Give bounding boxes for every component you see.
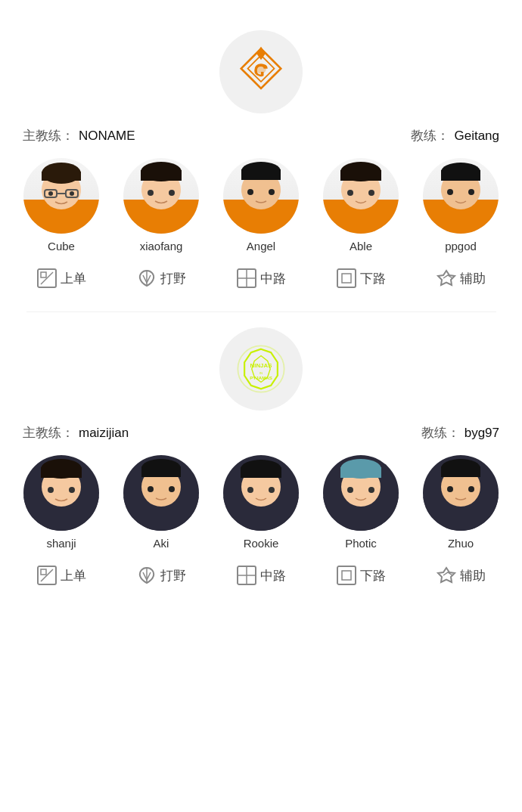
role2-top: 上单 (36, 565, 86, 586)
player-zhuo-avatar (423, 455, 499, 531)
team2-roles: 上单 打野 中路 (0, 557, 522, 601)
role2-bottom-label: 下路 (360, 567, 386, 584)
player-able-name: Able (350, 240, 372, 253)
player-photic-avatar (323, 455, 399, 531)
role-support: 辅助 (436, 268, 486, 289)
role-mid: 中路 (236, 268, 286, 289)
top-icon (36, 268, 57, 289)
svg-rect-38 (41, 272, 46, 277)
player-rookie: Rookie (219, 455, 303, 550)
player-angel: Angel (219, 158, 303, 253)
svg-rect-89 (337, 566, 356, 584)
player-shanji: shanji (20, 455, 103, 550)
svg-point-30 (368, 190, 374, 196)
player-aki-avatar (123, 455, 199, 531)
head-coach-label2: 主教练： (23, 426, 74, 440)
role2-bottom: 下路 (336, 565, 386, 586)
svg-point-18 (169, 190, 175, 196)
svg-point-17 (148, 190, 154, 196)
team1-section: 主教练：NONAME 教练：Geitang (0, 15, 522, 311)
mid-icon (236, 268, 257, 289)
player-zhuo: Zhuo (419, 455, 502, 550)
svg-point-68 (247, 487, 253, 493)
svg-rect-79 (441, 466, 480, 477)
team1-head-coach: 主教练：NONAME (23, 127, 135, 144)
role2-mid-label: 中路 (260, 567, 286, 584)
svg-rect-61 (141, 466, 181, 477)
svg-rect-28 (340, 170, 381, 181)
player-aki-name: Aki (154, 537, 169, 550)
svg-rect-22 (241, 169, 281, 180)
svg-point-35 (447, 189, 453, 195)
role2-support: 辅助 (436, 565, 486, 586)
player-shanji-name: shanji (46, 537, 76, 550)
svg-point-57 (69, 487, 75, 493)
player-able: Able (319, 158, 402, 253)
role-jungle: 打野 (136, 268, 186, 289)
player-ppgod: ppgod (419, 158, 502, 253)
svg-point-62 (148, 486, 154, 492)
svg-rect-55 (41, 467, 82, 478)
support-icon (436, 268, 457, 289)
role2-top-label: 上单 (61, 567, 86, 584)
coach-name: Geitang (454, 129, 499, 143)
team1-logo (219, 30, 303, 113)
svg-point-74 (347, 487, 353, 493)
player-able-avatar (323, 158, 399, 234)
team2-section: NINJAS IN PYJAMAS 主教练：maizijian 教练：byg97 (0, 312, 522, 609)
bottom-icon (336, 268, 357, 289)
svg-point-56 (48, 487, 54, 493)
player-xiaofang-name: xiaofang (140, 240, 183, 253)
svg-point-80 (447, 486, 453, 492)
top-icon2 (36, 565, 57, 586)
player-cube: Cube (20, 158, 103, 253)
player-rookie-avatar (223, 455, 299, 531)
player-ppgod-name: ppgod (445, 240, 477, 253)
svg-rect-73 (340, 467, 381, 478)
coach-label: 教练： (411, 129, 449, 143)
head-coach-name2: maizijian (79, 426, 129, 440)
svg-point-12 (70, 191, 74, 196)
svg-point-23 (247, 189, 253, 195)
player-photic: Photic (319, 455, 402, 550)
svg-point-29 (347, 190, 353, 196)
svg-rect-67 (241, 467, 281, 478)
head-coach-label: 主教练： (23, 129, 74, 143)
player-aki: Aki (120, 455, 203, 550)
svg-point-63 (169, 486, 175, 492)
svg-line-39 (41, 272, 53, 284)
svg-rect-7 (42, 172, 81, 181)
support-icon2 (436, 565, 457, 586)
bottom-icon2 (336, 565, 357, 586)
role2-support-label: 辅助 (460, 567, 486, 584)
team1-coach: 教练：Geitang (411, 127, 499, 144)
player-rookie-name: Rookie (244, 537, 279, 550)
player-cube-name: Cube (48, 240, 75, 253)
role2-jungle: 打野 (136, 565, 186, 586)
jungle-icon2 (136, 565, 157, 586)
svg-rect-16 (141, 170, 182, 181)
team1-roles: 上单 打野 中路 (0, 260, 522, 304)
svg-rect-34 (441, 170, 480, 181)
svg-rect-44 (337, 269, 356, 287)
svg-point-69 (269, 487, 275, 493)
player-ppgod-avatar (423, 158, 499, 234)
player-angel-name: Angel (247, 240, 275, 253)
player-photic-name: Photic (345, 537, 377, 550)
svg-point-36 (468, 189, 474, 195)
svg-rect-90 (342, 571, 351, 580)
svg-point-11 (48, 191, 53, 196)
role-bottom-label: 下路 (360, 270, 386, 287)
svg-text:PYJAMAS: PYJAMAS (250, 375, 272, 380)
player-shanji-avatar (23, 455, 99, 531)
role-support-label: 辅助 (460, 270, 486, 287)
svg-line-84 (41, 569, 53, 581)
player-zhuo-name: Zhuo (448, 537, 474, 550)
svg-text:NINJAS: NINJAS (250, 362, 272, 369)
player-xiaofang-avatar (123, 158, 199, 234)
role2-mid: 中路 (236, 565, 286, 586)
player-angel-avatar (223, 158, 299, 234)
svg-point-75 (368, 487, 374, 493)
role2-jungle-label: 打野 (160, 567, 186, 584)
team2-head-coach: 主教练：maizijian (23, 424, 129, 442)
